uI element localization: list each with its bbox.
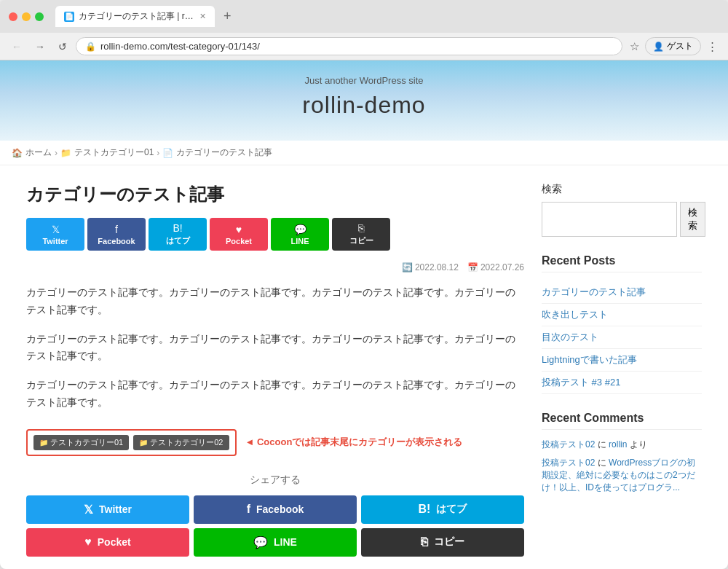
- article-dates: 🔄 2022.08.12 📅 2022.07.26: [26, 262, 524, 272]
- copy-label-bottom: コピー: [434, 535, 464, 549]
- share-twitter-top[interactable]: 𝕏 Twitter: [26, 218, 84, 251]
- back-button[interactable]: ←: [7, 39, 26, 54]
- category-tag-2-label: テストカテゴリー02: [150, 437, 223, 448]
- share-section-title: シェアする: [26, 474, 524, 487]
- comment-author-link-1[interactable]: rollin: [609, 439, 627, 450]
- line-label-bottom: LINE: [274, 536, 297, 548]
- traffic-lights: [9, 12, 44, 21]
- breadcrumb: 🏠 ホーム › 📁 テストカテゴリー01 › 📄 カテゴリーのテスト記事: [0, 141, 728, 165]
- breadcrumb-category[interactable]: テストカテゴリー01: [74, 146, 154, 159]
- comment-2: 投稿テスト02 に WordPressブログの初期設定、絶対に必要なものはこの2…: [542, 457, 702, 494]
- bookmark-button[interactable]: ☆: [627, 39, 642, 55]
- search-input[interactable]: [542, 202, 677, 237]
- twitter-label: Twitter: [42, 237, 68, 246]
- share-copy-bottom[interactable]: ⎘ コピー: [361, 528, 524, 557]
- article-paragraph-3: カテゴリーのテスト記事です。カテゴリーのテスト記事です。カテゴリーのテスト記事で…: [26, 377, 524, 412]
- published-icon: 📅: [467, 262, 478, 272]
- close-button[interactable]: [9, 12, 17, 21]
- facebook-label: Facebook: [98, 237, 135, 246]
- menu-button[interactable]: ⋮: [704, 39, 721, 55]
- breadcrumb-current: カテゴリーのテスト記事: [176, 146, 272, 159]
- share-facebook-top[interactable]: f Facebook: [87, 218, 146, 251]
- share-pocket-top[interactable]: ♥ Pocket: [210, 218, 268, 251]
- maximize-button[interactable]: [35, 12, 44, 21]
- twitter-icon: 𝕏: [52, 224, 60, 235]
- twitter-icon-bottom: 𝕏: [84, 503, 93, 517]
- comment-particle-2: に: [598, 458, 606, 468]
- category-tag-1[interactable]: 📁 テストカテゴリー01: [33, 435, 129, 450]
- comment-suffix-1: より: [630, 439, 647, 450]
- pocket-label: Pocket: [226, 237, 252, 246]
- browser-toolbar: ← → ↺ 🔒 rollin-demo.com/test-category-01…: [0, 33, 728, 60]
- breadcrumb-home[interactable]: ホーム: [25, 146, 52, 159]
- pocket-icon-bottom: ♥: [84, 535, 92, 549]
- share-line-bottom[interactable]: 💬 LINE: [194, 528, 357, 557]
- document-icon: 📄: [162, 148, 173, 158]
- url-text: rollin-demo.com/test-category-01/143/: [100, 41, 613, 52]
- site-header: Just another WordPress site rollin-demo: [0, 60, 728, 141]
- breadcrumb-sep1: ›: [55, 148, 58, 158]
- minimize-button[interactable]: [22, 12, 31, 21]
- share-buttons-bottom: 𝕏 Twitter f Facebook B! はてブ ♥: [26, 495, 524, 557]
- comment-post-link-1[interactable]: 投稿テスト02: [542, 439, 595, 450]
- hatena-icon-bottom: B!: [419, 503, 431, 516]
- share-pocket-bottom[interactable]: ♥ Pocket: [26, 528, 189, 557]
- line-icon-bottom: 💬: [253, 535, 268, 549]
- tab-favicon: 📄: [64, 12, 74, 22]
- article-paragraph-2: カテゴリーのテスト記事です。カテゴリーのテスト記事です。カテゴリーのテスト記事で…: [26, 331, 524, 366]
- category-tag-2[interactable]: 📁 テストカテゴリー02: [133, 435, 229, 450]
- forward-button[interactable]: →: [31, 39, 50, 54]
- sidebar: 検索 検索 Recent Posts カテゴリーのテスト記事 吹き出しテスト 目…: [542, 183, 702, 557]
- new-tab-button[interactable]: +: [218, 9, 237, 24]
- share-twitter-bottom[interactable]: 𝕏 Twitter: [26, 495, 189, 524]
- active-tab[interactable]: 📄 カテゴリーのテスト記事 | rollin-d... ✕: [55, 6, 215, 27]
- site-title: rollin-demo: [0, 92, 728, 119]
- browser-actions: ☆ 👤 ゲスト ⋮: [627, 37, 721, 55]
- site-tagline: Just another WordPress site: [0, 75, 728, 86]
- sidebar-search-section: 検索 検索: [542, 183, 702, 237]
- share-copy-top[interactable]: ⎘ コピー: [332, 218, 390, 251]
- reload-button[interactable]: ↺: [54, 39, 71, 54]
- search-row: 検索: [542, 202, 702, 237]
- share-facebook-bottom[interactable]: f Facebook: [194, 495, 357, 524]
- recent-posts-list: カテゴリーのテスト記事 吹き出しテスト 目次のテスト Lightningで書いた…: [542, 281, 702, 394]
- page-content: Just another WordPress site rollin-demo …: [0, 60, 728, 569]
- browser-frame: 📄 カテゴリーのテスト記事 | rollin-d... ✕ + ← → ↺ 🔒 …: [0, 0, 728, 569]
- pocket-icon: ♥: [236, 224, 242, 235]
- recent-posts-section: Recent Posts カテゴリーのテスト記事 吹き出しテスト 目次のテスト …: [542, 254, 702, 394]
- address-bar[interactable]: 🔒 rollin-demo.com/test-category-01/143/: [76, 37, 622, 55]
- article-body: カテゴリーのテスト記事です。カテゴリーのテスト記事です。カテゴリーのテスト記事で…: [26, 284, 524, 412]
- content-area: カテゴリーのテスト記事 𝕏 Twitter f Facebook B! はてブ: [26, 183, 524, 557]
- list-item: Lightningで書いた記事: [542, 349, 702, 372]
- hatena-label: はてブ: [166, 235, 190, 246]
- list-item: 目次のテスト: [542, 326, 702, 349]
- published-date-text: 2022.07.26: [480, 262, 524, 272]
- hatena-icon: B!: [173, 222, 182, 234]
- recent-posts-heading: Recent Posts: [542, 254, 702, 272]
- recent-post-link-5[interactable]: 投稿テスト #3 #21: [542, 377, 620, 388]
- list-item: 吹き出しテスト: [542, 304, 702, 326]
- facebook-icon: f: [115, 224, 118, 235]
- recent-post-link-1[interactable]: カテゴリーのテスト記事: [542, 286, 646, 297]
- guest-badge[interactable]: 👤 ゲスト: [645, 37, 701, 55]
- facebook-label-bottom: Facebook: [256, 503, 304, 515]
- recent-post-link-4[interactable]: Lightningで書いた記事: [542, 354, 637, 365]
- recent-post-link-2[interactable]: 吹き出しテスト: [542, 309, 608, 320]
- published-date: 📅 2022.07.26: [467, 262, 524, 272]
- article-paragraph-1: カテゴリーのテスト記事です。カテゴリーのテスト記事です。カテゴリーのテスト記事で…: [26, 284, 524, 319]
- tab-close-icon[interactable]: ✕: [199, 12, 206, 21]
- copy-icon-bottom: ⎘: [421, 535, 428, 549]
- search-button[interactable]: 検索: [680, 202, 705, 237]
- share-line-top[interactable]: 💬 LINE: [271, 218, 329, 251]
- guest-label: ゲスト: [667, 40, 693, 52]
- share-hatena-bottom[interactable]: B! はてブ: [361, 495, 524, 524]
- line-label: LINE: [290, 237, 309, 246]
- updated-date-text: 2022.08.12: [415, 262, 459, 272]
- copy-label: コピー: [349, 235, 373, 246]
- folder-icon: 📁: [39, 439, 48, 447]
- share-hatena-top[interactable]: B! はてブ: [149, 218, 207, 251]
- breadcrumb-sep2: ›: [157, 148, 159, 158]
- comment-post-link-2[interactable]: 投稿テスト02: [542, 458, 595, 468]
- recent-post-link-3[interactable]: 目次のテスト: [542, 331, 598, 342]
- folder-icon: 📁: [60, 148, 71, 158]
